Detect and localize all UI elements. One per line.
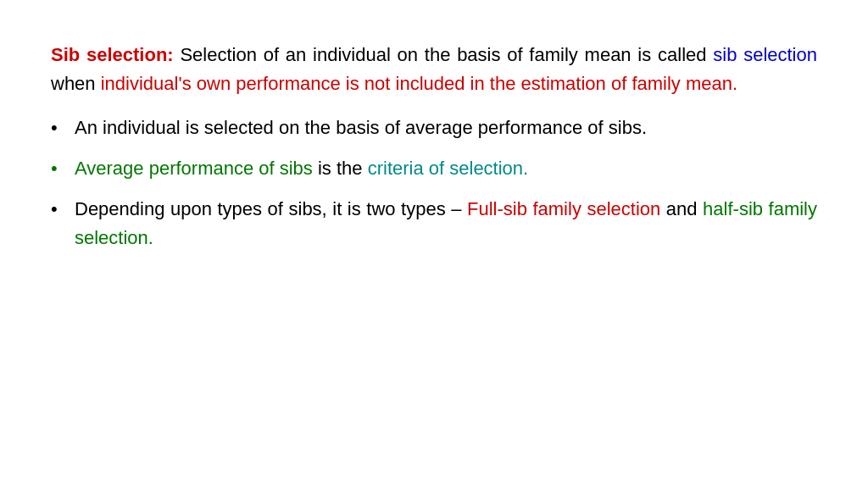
sib-selection-label: Sib selection:: [51, 44, 174, 65]
intro-text2: when: [51, 73, 101, 94]
bullet3-part2: and: [660, 198, 703, 219]
intro-text3: performance is not included in the estim…: [231, 73, 737, 94]
bullet1-text: An individual is selected on the basis o…: [75, 117, 647, 138]
bullet-item-3: Depending upon types of sibs, it is two …: [51, 195, 817, 252]
bullet3-red: Full-sib family selection: [467, 198, 660, 219]
bullet3-part1: Depending upon types of sibs, it is two …: [75, 198, 467, 219]
bullet2-part2: is the: [313, 158, 368, 179]
bullet-item-1: An individual is selected on the basis o…: [51, 114, 817, 142]
individuals-own-text: individual's own: [101, 73, 231, 94]
slide-container: Sib selection: Selection of an individua…: [0, 0, 868, 488]
bullet-list: An individual is selected on the basis o…: [51, 114, 817, 252]
bullet2-part3: criteria of selection.: [368, 158, 529, 179]
intro-text1: Selection of an individual on the basis …: [174, 44, 714, 65]
sib-selection-term: sib selection: [713, 44, 817, 65]
bullet-item-2: Average performance of sibs is the crite…: [51, 154, 817, 183]
bullet2-part1: Average performance of sibs: [75, 158, 313, 179]
intro-paragraph: Sib selection: Selection of an individua…: [51, 41, 817, 98]
